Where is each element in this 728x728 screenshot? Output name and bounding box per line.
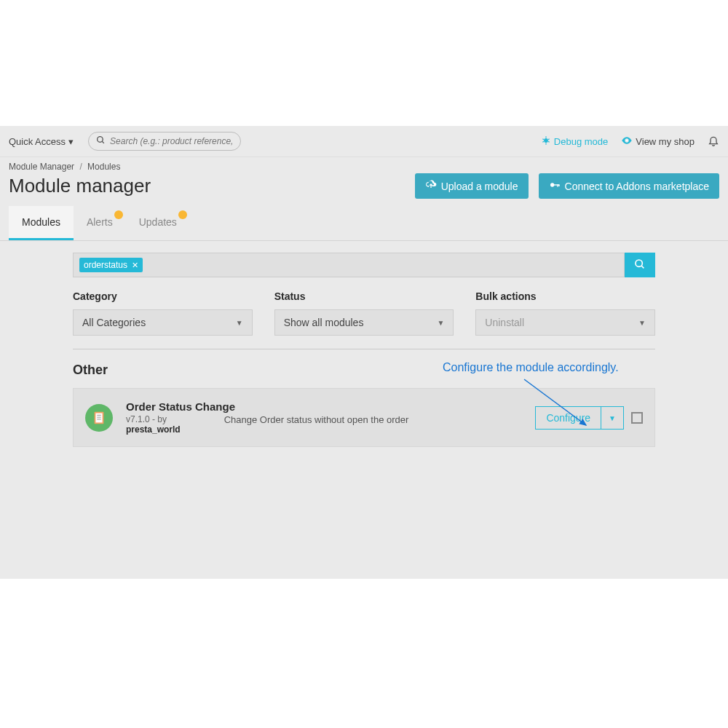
- upload-module-label: Upload a module: [441, 181, 518, 192]
- cloud-upload-icon: [425, 179, 437, 193]
- module-version: v7.1.0: [126, 414, 150, 424]
- module-search-box[interactable]: orderstatus ✕: [73, 253, 625, 277]
- tab-modules[interactable]: Modules: [9, 206, 74, 240]
- status-value: Show all modules: [284, 317, 364, 328]
- global-search[interactable]: [88, 132, 241, 151]
- category-value: All Categories: [82, 317, 146, 328]
- status-label: Status: [274, 290, 454, 302]
- search-icon: [634, 258, 646, 272]
- svg-point-10: [550, 183, 554, 186]
- connect-addons-button[interactable]: Connect to Addons marketplace: [539, 173, 719, 199]
- svg-point-0: [98, 137, 103, 143]
- debug-mode-label: Debug mode: [554, 136, 608, 147]
- svg-rect-17: [95, 413, 102, 422]
- eye-icon: [621, 135, 633, 149]
- module-author: presta_world: [126, 424, 181, 435]
- svg-line-7: [542, 141, 544, 142]
- upload-module-button[interactable]: Upload a module: [415, 173, 529, 199]
- module-card: Order Status Change v7.1.0 - by presta_w…: [73, 388, 655, 447]
- chevron-down-icon: ▼: [437, 319, 444, 327]
- tab-alerts-label: Alerts: [87, 216, 113, 228]
- module-icon: [85, 404, 113, 432]
- tab-alerts[interactable]: Alerts: [74, 206, 126, 240]
- bulk-label: Bulk actions: [475, 290, 655, 302]
- search-button[interactable]: [625, 253, 655, 277]
- key-icon: [549, 179, 561, 193]
- svg-line-6: [548, 138, 550, 139]
- svg-point-14: [636, 260, 642, 266]
- module-checkbox[interactable]: [631, 412, 643, 424]
- tab-modules-label: Modules: [22, 216, 60, 228]
- divider: [73, 349, 655, 349]
- tab-updates-label: Updates: [139, 216, 177, 228]
- updates-badge-icon: [178, 210, 187, 219]
- search-tag: orderstatus ✕: [79, 258, 143, 272]
- breadcrumb: Module Manager / Modules: [0, 157, 728, 172]
- svg-point-9: [626, 139, 628, 141]
- bulk-value: Uninstall: [485, 317, 524, 328]
- svg-rect-12: [557, 184, 558, 186]
- chevron-down-icon: ▼: [609, 414, 616, 422]
- annotation-text: Configure the module accordingly.: [443, 361, 619, 374]
- module-name: Order Status Change: [126, 400, 522, 413]
- notifications-icon[interactable]: [708, 135, 719, 149]
- bulk-select[interactable]: Uninstall ▼: [475, 309, 655, 336]
- module-meta: v7.1.0 - by presta_world: [126, 414, 181, 435]
- status-select[interactable]: Show all modules ▼: [274, 309, 454, 336]
- category-select[interactable]: All Categories ▼: [73, 309, 253, 336]
- connect-addons-label: Connect to Addons marketplace: [565, 181, 709, 192]
- search-tag-text: orderstatus: [84, 260, 127, 270]
- bug-icon: [541, 135, 551, 148]
- chevron-down-icon: ▼: [236, 319, 243, 327]
- breadcrumb-parent[interactable]: Module Manager: [9, 162, 74, 172]
- chevron-down-icon: ▼: [638, 319, 646, 327]
- breadcrumb-separator: /: [79, 162, 82, 172]
- configure-dropdown-button[interactable]: ▼: [601, 406, 624, 430]
- module-description: Change Order status without open the ord…: [224, 414, 409, 435]
- svg-rect-13: [558, 184, 559, 186]
- quick-access-menu[interactable]: Quick Access ▾: [9, 136, 74, 147]
- view-shop-link[interactable]: View my shop: [621, 135, 695, 149]
- search-icon: [96, 135, 106, 148]
- category-label: Category: [73, 290, 253, 302]
- svg-line-15: [641, 266, 644, 268]
- svg-rect-11: [553, 184, 558, 185]
- alerts-badge-icon: [114, 210, 123, 219]
- svg-line-5: [542, 138, 544, 139]
- debug-mode-link[interactable]: Debug mode: [541, 135, 608, 148]
- svg-line-8: [548, 141, 550, 142]
- global-search-input[interactable]: [110, 136, 233, 146]
- configure-button[interactable]: Configure: [535, 406, 601, 430]
- module-by-label: - by: [150, 414, 167, 424]
- quick-access-label: Quick Access: [9, 136, 66, 147]
- svg-line-1: [102, 141, 104, 143]
- remove-tag-icon[interactable]: ✕: [132, 261, 138, 270]
- tab-updates[interactable]: Updates: [126, 206, 190, 240]
- caret-down-icon: ▾: [68, 136, 74, 147]
- page-title: Module manager: [9, 175, 151, 197]
- view-shop-label: View my shop: [636, 136, 695, 147]
- svg-point-2: [544, 138, 548, 143]
- breadcrumb-current: Modules: [87, 162, 120, 172]
